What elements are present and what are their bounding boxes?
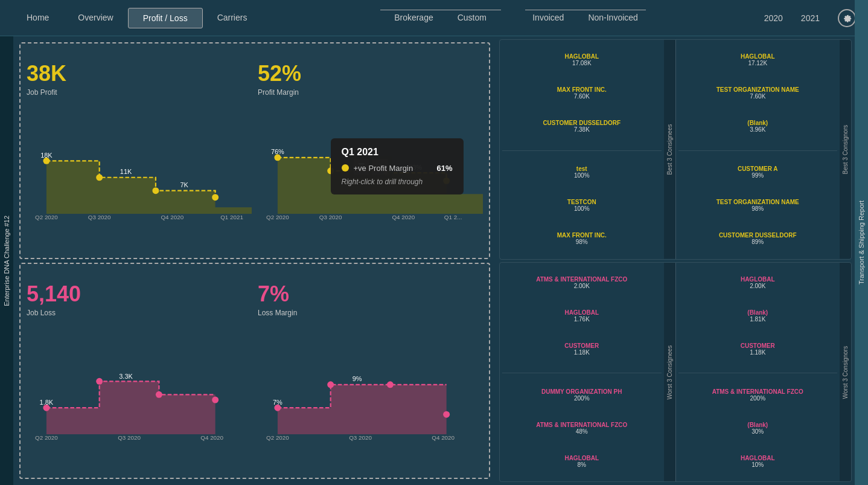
loss-margin-value: 7% bbox=[258, 283, 483, 305]
nav-right: 2020 2021 bbox=[764, 9, 856, 27]
best-consignor-1-val: 17.12K bbox=[678, 60, 838, 66]
svg-text:Q1 2...: Q1 2... bbox=[444, 214, 462, 220]
worst-consignor-6-name: HAGLOBAL bbox=[678, 455, 838, 461]
svg-point-26 bbox=[96, 377, 103, 384]
svg-text:7K: 7K bbox=[180, 181, 188, 188]
worst-consignee-4-name: DUMMY ORGANIZATION PH bbox=[502, 388, 662, 395]
svg-text:Q2 2020: Q2 2020 bbox=[35, 434, 58, 440]
tooltip-metric-value: 61% bbox=[436, 164, 452, 173]
worst-consignor-6: HAGLOBAL 10% bbox=[678, 455, 838, 468]
best-consignee-4-val: 100% bbox=[502, 172, 662, 179]
svg-text:Q3 2020: Q3 2020 bbox=[319, 214, 342, 220]
best-consignor-5-name: TEST ORGANIZATION NAME bbox=[678, 199, 838, 205]
worst-consignee-1-val: 2.00K bbox=[502, 283, 662, 289]
best-consignor-2: TEST ORGANIZATION NAME 7.60K bbox=[678, 86, 838, 100]
worst-consignor-2-val: 1.81K bbox=[678, 316, 838, 323]
nav-home[interactable]: Home bbox=[12, 8, 63, 28]
worst-consignee-6: HAGLOBAL 8% bbox=[502, 455, 662, 468]
best-section: HAGLOBAL 17.08K MAX FRONT INC. 7.60K CUS… bbox=[499, 39, 852, 260]
right-panel: HAGLOBAL 17.08K MAX FRONT INC. 7.60K CUS… bbox=[496, 36, 855, 485]
best-consignee-3-name: CUSTOMER DUSSELDORF bbox=[502, 120, 662, 126]
worst-consignees-top: ATMS & INTERNATIONAL FZCO 2.00K HAGLOBAL… bbox=[502, 266, 662, 371]
worst-consignees-section: ATMS & INTERNATIONAL FZCO 2.00K HAGLOBAL… bbox=[500, 263, 675, 482]
svg-text:18K: 18K bbox=[40, 152, 53, 159]
best-consignor-1: HAGLOBAL 17.12K bbox=[678, 53, 838, 66]
worst-consignee-3: CUSTOMER 1.18K bbox=[502, 342, 662, 356]
worst-consignor-3-val: 1.18K bbox=[678, 349, 838, 356]
nav-profit-loss[interactable]: Profit / Loss bbox=[128, 8, 203, 28]
svg-text:Q4 2020: Q4 2020 bbox=[432, 434, 455, 440]
worst-consignee-5: ATMS & INTERNATIONAL FZCO 48% bbox=[502, 422, 662, 435]
worst-consignor-3-name: CUSTOMER bbox=[678, 342, 838, 349]
worst-consignee-2-val: 1.76K bbox=[502, 316, 662, 323]
worst-consignor-1-name: HAGLOBAL bbox=[678, 276, 838, 283]
worst-consignor-5: (Blank) 30% bbox=[678, 422, 838, 435]
svg-text:Q2 2020: Q2 2020 bbox=[35, 214, 58, 220]
worst-consignors-label: Worst 3 Consignors bbox=[840, 263, 851, 482]
svg-text:Q3 2020: Q3 2020 bbox=[118, 434, 141, 440]
best-consignor-3-val: 3.96K bbox=[678, 126, 838, 133]
svg-point-27 bbox=[156, 391, 162, 397]
tooltip-metric-label: +ve Profit Margin bbox=[354, 164, 432, 173]
svg-text:Q2 2020: Q2 2020 bbox=[266, 434, 289, 440]
svg-text:Q4 2020: Q4 2020 bbox=[200, 434, 223, 440]
nav-center: Brokerage Custom Invoiced Non-Invoiced bbox=[261, 10, 764, 26]
worst-consignee-5-name: ATMS & INTERNATIONAL FZCO bbox=[502, 422, 662, 428]
best-consignee-4: test 100% bbox=[502, 165, 662, 179]
tooltip-hint: Right-click to drill through bbox=[342, 178, 453, 186]
nav-non-invoiced[interactable]: Non-Invoiced bbox=[588, 13, 638, 26]
svg-point-38 bbox=[443, 411, 450, 417]
settings-icon[interactable] bbox=[838, 9, 856, 27]
svg-text:7%: 7% bbox=[273, 398, 282, 405]
worst-consignor-2: (Blank) 1.81K bbox=[678, 309, 838, 323]
nav-left: Home Overview Profit / Loss Carriers bbox=[12, 8, 261, 28]
best-consignor-2-val: 7.60K bbox=[678, 93, 838, 100]
best-consignor-3: (Blank) 3.96K bbox=[678, 120, 838, 133]
best-consignees-label: Best 3 Consignees bbox=[664, 40, 675, 259]
best-consignor-4: CUSTOMER A 99% bbox=[678, 165, 838, 179]
job-profit-svg: 18K 11K 7K Q2 2020 Q3 2020 Q4 2020 Q1 20… bbox=[27, 110, 252, 252]
worst-consignors-separator bbox=[678, 373, 838, 373]
svg-text:1.8K: 1.8K bbox=[40, 398, 54, 405]
profit-margin-tooltip: Q1 2021 +ve Profit Margin 61% Right-clic… bbox=[331, 138, 464, 194]
best-consignees-content: HAGLOBAL 17.08K MAX FRONT INC. 7.60K CUS… bbox=[500, 40, 664, 259]
best-consignees-bottom: test 100% TESTCON 100% MAX FRONT INC. 98… bbox=[502, 153, 662, 255]
worst-consignors-content: HAGLOBAL 2.00K (Blank) 1.81K CUSTOMER 1.… bbox=[676, 263, 840, 482]
best-consignor-6: CUSTOMER DUSSELDORF 89% bbox=[678, 232, 838, 245]
nav-2021[interactable]: 2021 bbox=[801, 13, 820, 23]
consignors-separator bbox=[678, 150, 838, 151]
nav-custom[interactable]: Custom bbox=[458, 13, 487, 26]
tooltip-dot bbox=[342, 164, 349, 172]
worst-consignor-1: HAGLOBAL 2.00K bbox=[678, 276, 838, 289]
svg-point-4 bbox=[152, 187, 159, 194]
worst-consignee-5-val: 48% bbox=[502, 428, 662, 435]
nav-brokerage[interactable]: Brokerage bbox=[394, 13, 433, 26]
worst-consignor-4: ATMS & INTERNATIONAL FZCO 200% bbox=[678, 388, 838, 402]
main-content: 38K Job Profit bbox=[13, 36, 855, 485]
job-profit-chart-area: 18K 11K 7K Q2 2020 Q3 2020 Q4 2020 Q1 20… bbox=[27, 110, 252, 252]
job-profit-label: Job Profit bbox=[27, 88, 252, 97]
nav-invoiced[interactable]: Invoiced bbox=[532, 13, 564, 26]
nav-overview[interactable]: Overview bbox=[63, 8, 127, 28]
nav-carriers[interactable]: Carriers bbox=[203, 8, 262, 28]
best-consignor-6-val: 89% bbox=[678, 239, 838, 245]
svg-text:Q3 2020: Q3 2020 bbox=[349, 434, 372, 440]
worst-consignee-1-name: ATMS & INTERNATIONAL FZCO bbox=[502, 276, 662, 283]
profit-section: 38K Job Profit bbox=[19, 42, 490, 259]
job-profit-chart: 38K Job Profit bbox=[27, 50, 252, 252]
worst-consignor-3: CUSTOMER 1.18K bbox=[678, 342, 838, 356]
loss-margin-kpi: 7% Loss Margin bbox=[258, 270, 483, 330]
worst-consignors-section: HAGLOBAL 2.00K (Blank) 1.81K CUSTOMER 1.… bbox=[676, 263, 852, 482]
worst-consignor-2-name: (Blank) bbox=[678, 309, 838, 316]
best-consignees-section: HAGLOBAL 17.08K MAX FRONT INC. 7.60K CUS… bbox=[500, 40, 675, 259]
job-loss-chart-area: 1.8K 3.3K Q2 2020 Q3 2020 Q4 2020 bbox=[27, 330, 252, 472]
best-consignee-3-val: 7.38K bbox=[502, 126, 662, 133]
worst-section: ATMS & INTERNATIONAL FZCO 2.00K HAGLOBAL… bbox=[499, 262, 852, 483]
best-consignor-2-name: TEST ORGANIZATION NAME bbox=[678, 86, 838, 93]
best-consignor-3-name: (Blank) bbox=[678, 120, 838, 126]
worst-consignor-1-val: 2.00K bbox=[678, 283, 838, 289]
nav-2020[interactable]: 2020 bbox=[764, 13, 783, 23]
worst-consignor-6-val: 10% bbox=[678, 461, 838, 468]
best-consignor-5: TEST ORGANIZATION NAME 98% bbox=[678, 199, 838, 212]
worst-consignee-2: HAGLOBAL 1.76K bbox=[502, 309, 662, 323]
